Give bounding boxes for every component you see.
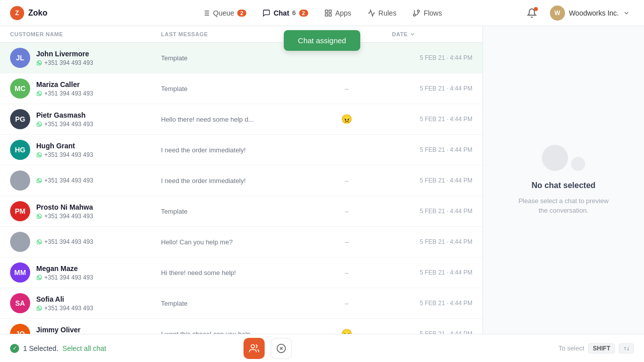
tab-queue[interactable]: Queue 2 [195, 6, 254, 20]
shift-key-badge: SHIFT [588, 343, 615, 353]
chat-row[interactable]: PM Prosto Ni Mahwa +351 394 493 493 Temp… [0, 196, 482, 227]
whatsapp-icon [36, 239, 42, 245]
whatsapp-icon [36, 121, 42, 127]
date-cell: 5 FEB 21 · 4:44 PM [392, 116, 472, 123]
customer-cell: HG Hugh Grant +351 394 493 493 [10, 140, 161, 160]
sentiment-cell: – [301, 177, 392, 185]
bubble-main [542, 145, 568, 171]
chat-badge: 2 [299, 10, 308, 17]
select-all-link[interactable]: Select all chat [62, 344, 106, 352]
customer-info: +351 394 493 493 [36, 238, 93, 245]
sentiment-cell: – [301, 85, 392, 93]
last-message: I want this shoes! can you help [161, 330, 301, 334]
last-message: I need the order immediately! [161, 146, 301, 154]
table-header: CUSTOMER NAME LAST MESSAGE SENTIMENT DAT… [0, 26, 482, 43]
sentiment-cell: – [301, 238, 392, 246]
to-select-label: To select [558, 344, 584, 352]
customer-name: John Livermore [36, 50, 93, 58]
tab-apps[interactable]: Apps [317, 6, 358, 20]
queue-badge: 2 [237, 10, 247, 17]
whatsapp-icon [36, 152, 42, 158]
last-message: Hello! Can you help me? [161, 238, 301, 246]
tab-flows[interactable]: Flows [406, 6, 449, 20]
customer-phone: +351 394 493 493 [36, 305, 93, 312]
svg-rect-8 [325, 14, 328, 16]
chat-row[interactable]: SA Sofia Ali +351 394 493 493 Template –… [0, 288, 482, 319]
customer-info: Pietr Gasmash +351 394 493 493 [36, 111, 93, 128]
main-content: CUSTOMER NAME LAST MESSAGE SENTIMENT DAT… [0, 26, 644, 334]
clear-action-button[interactable] [271, 338, 292, 359]
notification-dot [534, 7, 538, 11]
nav-tabs: Queue 2 Chat 6 2 Apps Rules Flows [195, 6, 449, 20]
col-customer-name: CUSTOMER NAME [10, 31, 161, 37]
customer-phone: +351 394 493 493 [36, 213, 93, 220]
last-message: Template [161, 300, 301, 307]
col-last-message: LAST MESSAGE [161, 31, 301, 37]
chat-row[interactable]: PG Pietr Gasmash +351 394 493 493 Hello … [0, 104, 482, 135]
last-message: Template [161, 85, 301, 93]
notification-button[interactable] [524, 5, 540, 21]
sentiment-emoji: 😠 [341, 114, 352, 125]
date-cell: 5 FEB 21 · 4:44 PM [392, 330, 472, 334]
date-cell: 5 FEB 21 · 4:44 PM [392, 300, 472, 307]
customer-cell: SA Sofia Ali +351 394 493 493 [10, 293, 161, 313]
customer-name: Mariza Caller [36, 80, 93, 88]
customer-phone: +351 394 493 493 [36, 177, 93, 184]
assign-action-button[interactable] [244, 338, 265, 359]
sentiment-dash: – [345, 238, 348, 246]
customer-avatar: MC [10, 78, 30, 99]
right-panel: No chat selected Please select a chat to… [483, 26, 644, 334]
customer-name: Megan Maze [36, 264, 93, 273]
customer-name: Jimmy Oliver [36, 326, 93, 334]
customer-cell: MM Megan Maze +351 394 493 493 [10, 262, 161, 283]
customer-cell: MC Mariza Caller +351 394 493 493 [10, 78, 161, 99]
date-cell: 5 FEB 21 · 4:44 PM [392, 269, 472, 276]
customer-name: Prosto Ni Mahwa [36, 203, 93, 211]
sentiment-dash: – [345, 208, 348, 215]
queue-icon [202, 9, 210, 17]
rules-icon [367, 9, 375, 17]
chat-row[interactable]: MM Megan Maze +351 394 493 493 Hi there!… [0, 257, 482, 288]
chat-row[interactable]: JO Jimmy Oliver +351 394 493 493 I want … [0, 319, 482, 334]
customer-avatar: JO [10, 324, 30, 334]
customer-cell: JL John Livermore +351 394 493 493 [10, 48, 161, 68]
customer-avatar: MM [10, 262, 30, 283]
flows-label: Flows [424, 9, 442, 17]
chat-count: 6 [292, 9, 296, 17]
customer-phone: +351 394 493 493 [36, 90, 93, 97]
sentiment-dash: – [345, 177, 348, 185]
whatsapp-icon [36, 275, 42, 281]
account-name: Woodworks Inc. [569, 9, 619, 17]
selected-indicator: ✓ 1 Selected. Select all chat [10, 344, 106, 353]
chat-row[interactable]: HG Hugh Grant +351 394 493 493 I need th… [0, 135, 482, 165]
top-navigation: Z Zoko Queue 2 Chat 6 2 Apps Rules Flows [0, 0, 644, 26]
last-message: Hello there! need some help d... [161, 116, 301, 123]
customer-cell: +351 394 493 493 [10, 232, 161, 252]
whatsapp-icon [36, 305, 42, 311]
chat-row[interactable]: +351 394 493 493 Hello! Can you help me?… [0, 227, 482, 257]
tab-chat[interactable]: Chat 6 2 [256, 6, 315, 20]
clear-icon [276, 343, 286, 353]
chat-row[interactable]: +351 394 493 493 I need the order immedi… [0, 165, 482, 196]
assign-icon [249, 343, 259, 353]
chat-row[interactable]: JL John Livermore +351 394 493 493 Templ… [0, 43, 482, 73]
account-menu[interactable]: W Woodworks Inc. [546, 4, 634, 23]
customer-info: +351 394 493 493 [36, 177, 93, 184]
customer-phone: +351 394 493 493 [36, 59, 93, 66]
toast-message: Chat assigned [284, 30, 360, 51]
customer-info: John Livermore +351 394 493 493 [36, 50, 93, 66]
to-select-area: To select SHIFT ↑↓ [558, 343, 634, 353]
logo-text: Zoko [28, 9, 47, 18]
tab-rules[interactable]: Rules [360, 6, 404, 20]
customer-name: Hugh Grant [36, 142, 93, 150]
chat-row[interactable]: MC Mariza Caller +351 394 493 493 Templa… [0, 73, 482, 104]
whatsapp-icon [36, 90, 42, 97]
chevron-down-icon [623, 10, 630, 17]
arrow-key-badge: ↑↓ [619, 343, 634, 353]
logo-area[interactable]: Z Zoko [10, 6, 47, 20]
chat-list: JL John Livermore +351 394 493 493 Templ… [0, 43, 482, 334]
col-date: DATE [392, 31, 472, 37]
sentiment-cell: – [301, 269, 392, 277]
apps-label: Apps [335, 9, 351, 17]
svg-rect-7 [329, 10, 332, 13]
